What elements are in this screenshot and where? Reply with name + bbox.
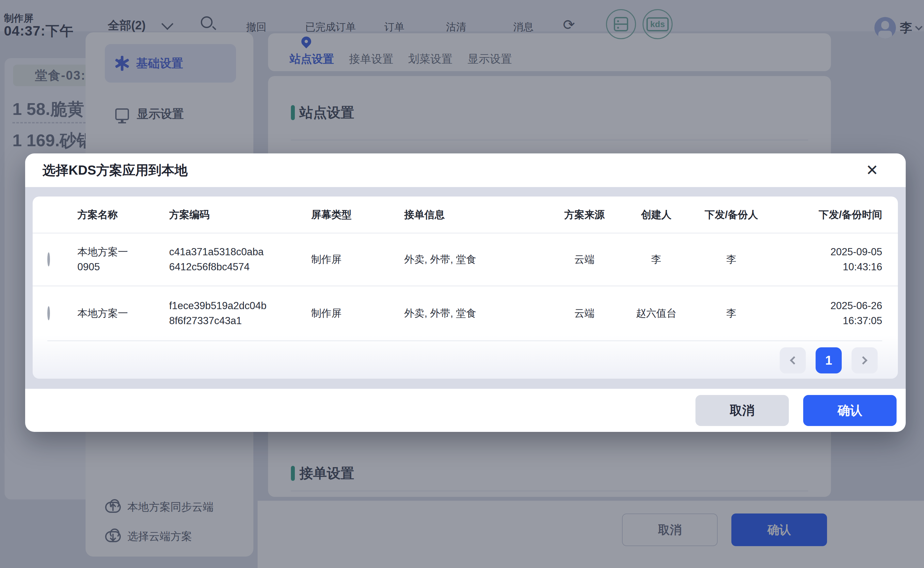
plan-screen-type: 制作屏 — [311, 252, 404, 267]
modal-body: 方案名称 方案编码 屏幕类型 接单信息 方案来源 创建人 下发/备份人 下发/备… — [25, 187, 906, 389]
col-header-backup-time: 下发/备份时间 — [771, 207, 882, 222]
plan-code: f1ece39b519a2dc04b8f6f27337c43a1 — [169, 298, 267, 328]
kds-app: 制作屏 04:37:下午 全部(2) 撤回 已完成订单 订单 沽清 消息 ⟳ k… — [0, 0, 924, 568]
close-icon[interactable]: ✕ — [861, 159, 883, 181]
plan-backup-person: 李 — [692, 252, 771, 267]
table-row[interactable]: 本地方案一0905 c41a371a5318c0aba6412c56f8bc45… — [33, 233, 898, 286]
plan-backup-time: 2025-06-26 16:37:05 — [771, 298, 882, 328]
col-header-screen-type: 屏幕类型 — [311, 207, 404, 222]
col-header-plan-code: 方案编码 — [169, 207, 311, 222]
plan-creator: 赵六值台 — [620, 306, 692, 321]
next-page-button[interactable] — [851, 347, 878, 373]
col-header-plan-name: 方案名称 — [77, 207, 169, 222]
select-kds-plan-modal: 选择KDS方案应用到本地 ✕ 方案名称 方案编码 屏幕类型 接单信息 方案来源 … — [25, 153, 906, 432]
col-header-order-info: 接单信息 — [404, 207, 549, 222]
plan-source: 云端 — [549, 306, 620, 321]
col-header-creator: 创建人 — [620, 207, 692, 222]
chevron-right-icon — [859, 356, 867, 364]
plan-creator: 李 — [620, 252, 692, 267]
plan-source: 云端 — [549, 252, 620, 267]
plan-order-info: 外卖, 外带, 堂食 — [404, 252, 549, 267]
modal-title: 选择KDS方案应用到本地 — [42, 153, 188, 187]
plan-code: c41a371a5318c0aba6412c56f8bc4574 — [169, 245, 267, 275]
plan-name: 本地方案一 — [77, 306, 133, 321]
modal-footer: 取消 确认 — [25, 389, 906, 432]
page-number-button[interactable]: 1 — [816, 347, 842, 373]
plan-name: 本地方案一0905 — [77, 245, 133, 275]
table-header-row: 方案名称 方案编码 屏幕类型 接单信息 方案来源 创建人 下发/备份人 下发/备… — [33, 196, 898, 233]
col-header-backup-person: 下发/备份人 — [692, 207, 771, 222]
pagination: 1 — [33, 341, 898, 379]
plan-backup-time: 2025-09-05 10:43:16 — [771, 245, 882, 275]
plan-backup-person: 李 — [692, 306, 771, 321]
plan-screen-type: 制作屏 — [311, 306, 404, 321]
plan-table-card: 方案名称 方案编码 屏幕类型 接单信息 方案来源 创建人 下发/备份人 下发/备… — [33, 196, 898, 379]
modal-confirm-button[interactable]: 确认 — [803, 395, 897, 426]
col-header-plan-source: 方案来源 — [549, 207, 620, 222]
plan-radio[interactable] — [47, 252, 50, 266]
prev-page-button[interactable] — [780, 347, 806, 373]
table-row[interactable]: 本地方案一 f1ece39b519a2dc04b8f6f27337c43a1 制… — [33, 286, 898, 340]
plan-order-info: 外卖, 外带, 堂食 — [404, 306, 549, 321]
plan-radio[interactable] — [47, 306, 50, 320]
modal-header: 选择KDS方案应用到本地 ✕ — [25, 153, 906, 187]
modal-cancel-button[interactable]: 取消 — [696, 395, 789, 426]
chevron-left-icon — [790, 356, 798, 364]
